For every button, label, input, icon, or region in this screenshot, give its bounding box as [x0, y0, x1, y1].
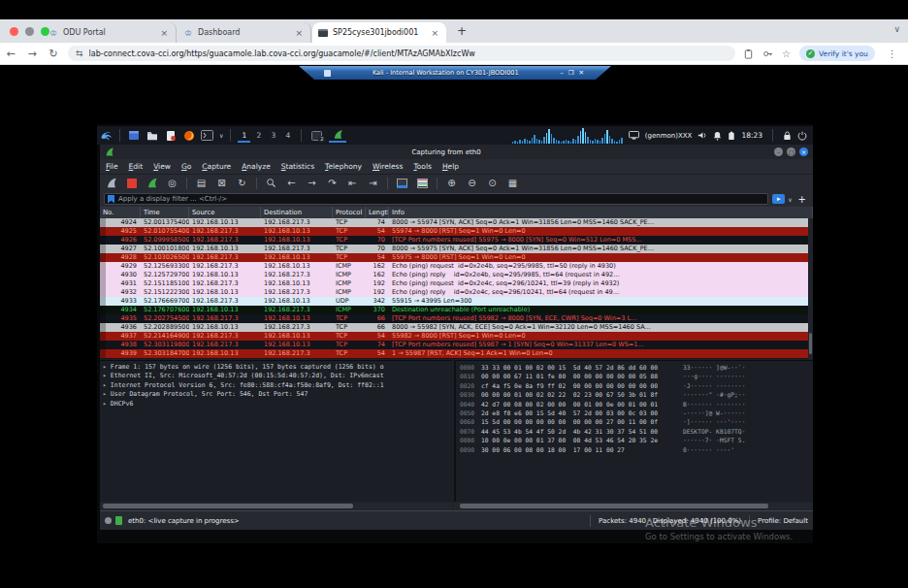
- add-filter-button[interactable]: +: [798, 194, 806, 205]
- zoom-in-icon[interactable]: ⊕: [445, 177, 458, 189]
- detail-line[interactable]: ▸ Frame 1: 157 bytes on wire (1256 bits)…: [100, 363, 452, 372]
- packet-bytes-pane[interactable]: 000033 33 00 01 00 02 00 15 5d 40 57 2d …: [454, 360, 813, 502]
- menu-wireless[interactable]: Wireless: [373, 162, 403, 171]
- close-window-icon[interactable]: [10, 27, 18, 36]
- expand-arrow-icon[interactable]: ▸: [103, 381, 111, 389]
- packet-row[interactable]: 493452.176707600192.168.10.13192.168.217…: [100, 306, 813, 314]
- site-info-icon[interactable]: ⇆: [76, 49, 83, 58]
- menu-view[interactable]: View: [153, 162, 171, 171]
- forward-icon[interactable]: →: [21, 48, 43, 60]
- tab-search-icon[interactable]: ∨: [893, 24, 900, 34]
- packet-row[interactable]: 493552.202754500192.168.217.3192.168.10.…: [100, 314, 813, 323]
- text-editor-icon[interactable]: [163, 128, 178, 143]
- hex-line[interactable]: 004042 d7 00 08 00 02 00 00 00 01 00 0e …: [456, 400, 813, 408]
- taskbar-window-group[interactable]: 2: [308, 128, 325, 143]
- minimize-window-icon[interactable]: [25, 27, 34, 36]
- hex-line[interactable]: 00502d e8 f8 e6 00 15 5d 40 57 2d 00 03 …: [456, 408, 813, 417]
- filter-bookmark-icon[interactable]: [108, 195, 114, 204]
- column-header[interactable]: Source: [189, 207, 261, 218]
- packet-row[interactable]: 492652.099958500192.168.217.3192.168.10.…: [100, 236, 813, 245]
- packet-row[interactable]: 493952.303184700192.168.10.13192.168.217…: [100, 349, 813, 358]
- hex-line[interactable]: 001000 00 00 67 11 01 fe 80 00 00 00 00 …: [456, 372, 813, 380]
- packet-row[interactable]: 492852.103026500192.168.217.3192.168.10.…: [100, 253, 813, 262]
- menu-capture[interactable]: Capture: [202, 162, 231, 171]
- apply-filter-icon[interactable]: ▸: [772, 194, 785, 204]
- restart-capture-fin-icon[interactable]: [146, 177, 158, 189]
- tab-close-icon[interactable]: ×: [293, 28, 305, 38]
- browser-tab[interactable]: SP25cyse301jbodi001×: [312, 22, 446, 43]
- reload-icon[interactable]: ↻: [43, 48, 64, 60]
- stop-capture-icon[interactable]: [125, 177, 138, 189]
- maximize-icon[interactable]: □: [787, 147, 795, 156]
- packet-row[interactable]: 493852.303119800192.168.217.3192.168.10.…: [100, 341, 813, 349]
- browser-tab[interactable]: ♔Dashboard×: [178, 22, 311, 43]
- rdp-close-icon[interactable]: ✕: [579, 69, 584, 77]
- display-filter-input[interactable]: Apply a display filter ... <Ctrl-/>: [104, 193, 768, 205]
- go-last-packet-icon[interactable]: ⇥: [367, 177, 379, 189]
- workspace-button[interactable]: 2: [252, 128, 265, 143]
- taskbar-wireshark-button[interactable]: [329, 128, 346, 143]
- battery-icon[interactable]: [728, 131, 735, 141]
- terminal-launcher-icon[interactable]: [200, 128, 214, 143]
- hex-line[interactable]: 009030 00 06 00 08 00 18 00 17 00 11 00 …: [456, 445, 813, 454]
- display-icon[interactable]: [629, 131, 639, 140]
- packet-list-header[interactable]: No.TimeSourceDestinationProtocolLengthIn…: [100, 207, 813, 218]
- column-header[interactable]: No.: [100, 207, 141, 218]
- packet-row[interactable]: 493052.125729700192.168.10.13192.168.217…: [100, 271, 813, 279]
- address-bar[interactable]: ⇆ lab-connect.cova-cci.org/https/guacamo…: [68, 46, 735, 61]
- expand-arrow-icon[interactable]: ▸: [103, 400, 111, 408]
- packet-row[interactable]: 492452.001375400192.168.10.13192.168.217…: [100, 218, 813, 227]
- packet-row[interactable]: 493252.151222300192.168.10.13192.168.217…: [100, 288, 813, 297]
- lock-screen-icon[interactable]: [783, 131, 792, 141]
- back-icon[interactable]: ←: [0, 48, 21, 60]
- workspace-button[interactable]: 4: [281, 128, 294, 143]
- expand-arrow-icon[interactable]: ▸: [103, 372, 111, 379]
- resize-columns-icon[interactable]: ▦: [506, 177, 519, 189]
- menu-edit[interactable]: Edit: [129, 162, 144, 171]
- menu-analyze[interactable]: Analyze: [242, 162, 271, 171]
- tab-close-icon[interactable]: ×: [158, 28, 170, 38]
- browser-tab[interactable]: ♔ODU Portal×: [43, 22, 177, 43]
- close-icon[interactable]: ×: [799, 147, 808, 156]
- workspace-button[interactable]: 1: [238, 128, 250, 143]
- workspace-button[interactable]: 3: [267, 128, 279, 143]
- menu-telephony[interactable]: Telephony: [325, 162, 362, 171]
- new-tab-icon[interactable]: +: [453, 24, 470, 38]
- browser-menu-icon[interactable]: ⋮: [884, 49, 901, 59]
- go-first-packet-icon[interactable]: ⇤: [346, 177, 359, 189]
- menu-file[interactable]: File: [106, 162, 118, 171]
- hex-scrollbar-thumb[interactable]: [460, 504, 768, 508]
- hex-line[interactable]: 000033 33 00 01 00 02 00 15 5d 40 57 2d …: [456, 363, 813, 372]
- detail-line[interactable]: ▸ Ethernet II, Src: Microsoft_40:57:2d (…: [100, 372, 452, 380]
- capture-settings-icon[interactable]: ◎: [166, 177, 178, 189]
- show-desktop-icon[interactable]: [126, 128, 141, 143]
- capture-status-icon[interactable]: [105, 517, 112, 524]
- packet-row[interactable]: 493752.214164900192.168.217.3192.168.10.…: [100, 332, 813, 341]
- packet-row[interactable]: 492952.125693300192.168.217.3192.168.10.…: [100, 262, 813, 271]
- hex-line[interactable]: 0020cf 4a f5 0e 8a f9 ff 02 00 00 00 00 …: [456, 381, 813, 390]
- hex-line[interactable]: 006015 5d 00 00 00 00 00 00 00 00 00 27 …: [456, 417, 813, 426]
- clipboard-icon[interactable]: [743, 49, 754, 59]
- menu-go[interactable]: Go: [181, 162, 191, 171]
- hex-line[interactable]: 003000 00 00 01 00 02 02 22 02 23 00 67 …: [456, 390, 813, 399]
- profile-label[interactable]: Profile: Default: [758, 517, 808, 525]
- volume-icon[interactable]: [697, 131, 707, 140]
- rdp-restore-icon[interactable]: ❐: [568, 69, 574, 77]
- colorize-packets-icon[interactable]: [416, 177, 429, 189]
- launcher-dropdown-icon[interactable]: ∨: [219, 132, 223, 139]
- genmon-label[interactable]: (genmon)XXX: [645, 132, 693, 140]
- bookmark-star-icon[interactable]: ☆: [782, 49, 791, 59]
- detail-line[interactable]: ▸ DHCPv6: [100, 400, 452, 408]
- menu-tools[interactable]: Tools: [413, 162, 431, 171]
- packet-row[interactable]: 492752.100101800192.168.10.13192.168.217…: [100, 245, 813, 253]
- firefox-icon[interactable]: [181, 128, 196, 143]
- hex-line[interactable]: 008010 00 0e 00 00 01 37 00 08 4d 53 46 …: [456, 436, 813, 444]
- logout-power-icon[interactable]: [797, 131, 807, 141]
- find-packet-icon[interactable]: [265, 177, 277, 189]
- notifications-bell-icon[interactable]: [713, 131, 722, 141]
- go-back-icon[interactable]: ←: [285, 177, 298, 189]
- go-forward-icon[interactable]: →: [306, 177, 318, 189]
- detail-line[interactable]: ▸ User Datagram Protocol, Src Port: 546,…: [100, 390, 452, 399]
- go-to-packet-icon[interactable]: ↷: [326, 177, 339, 189]
- auto-scroll-icon[interactable]: [396, 177, 408, 189]
